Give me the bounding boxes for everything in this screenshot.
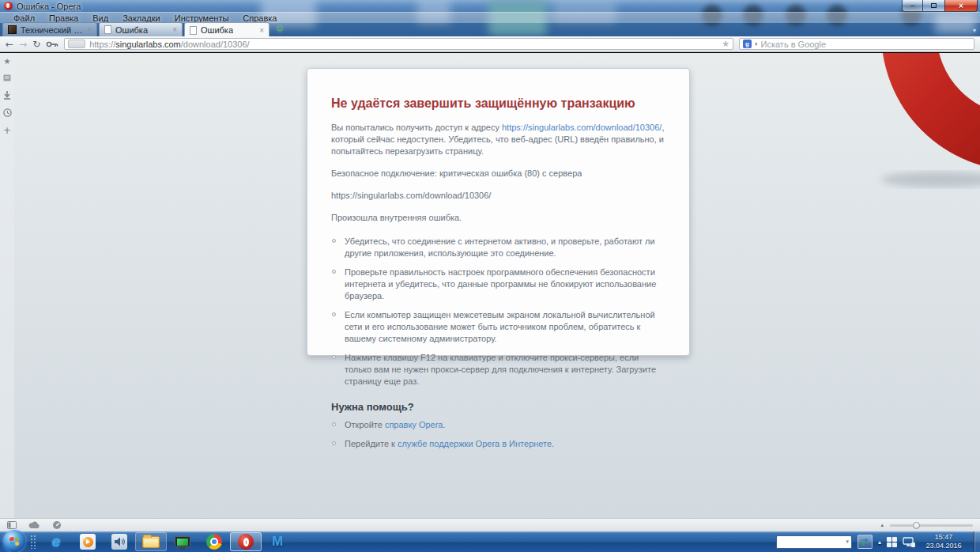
window-title: Ошибка - Opera [17, 2, 81, 11]
tab-overflow-icon[interactable]: ▾ [973, 27, 976, 34]
taskbar-item-malwarebytes[interactable]: M [262, 531, 293, 552]
suggestion-item: Нажмите клавишу F12 на клавиатуре и откл… [331, 352, 665, 388]
bookmark-star-icon[interactable]: ★ [722, 39, 729, 49]
window-controls: – × [902, 0, 978, 12]
menu-help[interactable]: Справка [236, 13, 284, 23]
search-engine-dropdown-icon[interactable]: ▾ [755, 41, 758, 47]
search-input[interactable] [761, 40, 971, 49]
chrome-icon [206, 534, 222, 550]
security-badge[interactable] [68, 40, 85, 48]
error-card: Не удаётся завершить защищённую транзакц… [307, 68, 690, 356]
show-hidden-icons-button[interactable]: ▴ [878, 539, 881, 546]
menu-bookmarks[interactable]: Закладки [115, 13, 168, 23]
status-bar-left [7, 520, 62, 530]
taskbar-item-internet-explorer[interactable]: e [40, 531, 72, 552]
maximize-button[interactable] [923, 0, 944, 12]
windows-flag-icon [9, 536, 19, 545]
intro-url-link[interactable]: https://singularlabs.com/download/10306/ [502, 123, 662, 132]
malwarebytes-icon: M [272, 534, 283, 550]
internal-error-line: Произошла внутренняя ошибка. [331, 212, 665, 224]
bullet-icon [332, 270, 336, 274]
opera-turbo-icon[interactable] [52, 520, 62, 530]
maximize-icon [931, 3, 937, 8]
close-window-button[interactable]: × [944, 0, 978, 12]
taskbar-item-chrome[interactable] [198, 531, 230, 552]
opera-help-link[interactable]: справку Opera [385, 420, 443, 429]
menu-edit[interactable]: Правка [42, 13, 85, 23]
browser-status-bar: ▴ [0, 518, 980, 531]
help-pre: Откройте [345, 420, 385, 429]
folder-icon [142, 536, 160, 548]
help-item: Откройте справку Opera. [331, 419, 665, 431]
title-bar[interactable]: Ошибка - Opera [0, 0, 980, 12]
tab-error-2-active[interactable]: Ошибка × [184, 22, 270, 36]
status-bar-right: ▴ [880, 522, 973, 528]
menu-file[interactable]: Файл [6, 13, 42, 23]
close-tab-icon[interactable]: × [87, 25, 92, 34]
notes-panel-icon[interactable] [3, 74, 11, 82]
zoom-slider[interactable] [890, 524, 973, 527]
suggestion-list: Убедитесь, что соединение с интернетом а… [331, 236, 665, 388]
language-indicator-button[interactable] [858, 535, 873, 549]
show-desktop-button[interactable] [974, 531, 980, 552]
back-icon[interactable]: ← [6, 40, 13, 49]
taskbar-item-media-player[interactable] [72, 531, 104, 552]
forward-icon[interactable]: → [19, 40, 27, 49]
intro-pre: Вы попытались получить доступ к адресу [331, 123, 502, 132]
opera-logo-icon [4, 2, 13, 10]
url-path: /download/10306/ [181, 40, 250, 49]
taskbar-item-opera-active[interactable] [230, 532, 262, 551]
zoom-slider-thumb[interactable] [913, 522, 920, 529]
panels-toggle-icon[interactable] [7, 521, 17, 529]
new-tab-button[interactable]: + [277, 22, 283, 35]
add-panel-icon[interactable]: + [3, 126, 11, 135]
suggestion-item: Убедитесь, что соединение с интернетом а… [331, 236, 665, 259]
site-favicon [8, 25, 17, 34]
taskbar-item-explorer[interactable] [135, 532, 167, 551]
opera-link-cloud-icon[interactable] [28, 521, 40, 529]
page-favicon [104, 25, 111, 34]
menu-view[interactable]: Вид [85, 13, 115, 23]
menu-bar: Файл Правка Вид Закладки Инструменты Спр… [0, 12, 980, 23]
monitor-icon [175, 536, 190, 547]
menu-tools[interactable]: Инструменты [168, 13, 236, 23]
combo-dropdown-icon[interactable]: ▾ [846, 539, 849, 545]
taskbar-item-system-app[interactable] [167, 531, 198, 552]
bookmarks-panel-icon[interactable]: ★ [4, 58, 11, 66]
help-post: . [552, 439, 554, 448]
internet-explorer-icon: e [52, 533, 61, 550]
opera-icon [238, 534, 254, 550]
taskbar-search-combo[interactable]: ▾ [776, 535, 852, 549]
password-wand-icon[interactable] [46, 40, 58, 48]
tab-tech-forum[interactable]: Технический форум - ... × [2, 22, 97, 36]
reload-icon[interactable]: ↻ [32, 40, 40, 49]
close-tab-icon[interactable]: × [172, 25, 177, 34]
clock-date: 23.04.2016 [921, 542, 967, 550]
suggestion-text: Проверьте правильность настроек программ… [345, 267, 656, 301]
tray-clock[interactable]: 15:47 23.04.2016 [921, 533, 967, 550]
opera-support-link[interactable]: службе поддержки Opera в Интернете [398, 439, 552, 448]
speaker-icon [111, 534, 127, 550]
minimize-button[interactable]: – [902, 0, 923, 12]
minimize-icon: – [910, 2, 914, 9]
swap-arrows-icon [860, 538, 869, 546]
zoom-menu-icon[interactable]: ▴ [880, 522, 884, 528]
tab-title: Технический форум - ... [21, 25, 83, 35]
help-title: Нужна помощь? [331, 401, 665, 413]
taskbar-item-volume[interactable] [104, 531, 135, 552]
tab-error-1[interactable]: Ошибка × [99, 22, 183, 36]
suggestion-item: Проверьте правильность настроек программ… [331, 267, 665, 302]
url-field[interactable]: https://singularlabs.com/download/10306/… [64, 38, 733, 50]
close-tab-icon[interactable]: × [259, 26, 264, 35]
error-code-line: Безопасное подключение: критическая ошиб… [331, 168, 665, 180]
error-intro: Вы попытались получить доступ к адресу h… [331, 122, 665, 157]
get-windows-10-icon[interactable] [887, 537, 897, 547]
network-tray-icon[interactable] [903, 537, 915, 547]
history-panel-icon[interactable] [3, 108, 12, 117]
search-box[interactable]: g ▾ [739, 38, 974, 50]
downloads-panel-icon[interactable] [3, 91, 11, 100]
bullet-icon [332, 239, 336, 243]
start-button[interactable] [3, 530, 25, 552]
media-player-icon [80, 534, 96, 550]
sidebar-panel-strip: ★ + [0, 53, 14, 518]
